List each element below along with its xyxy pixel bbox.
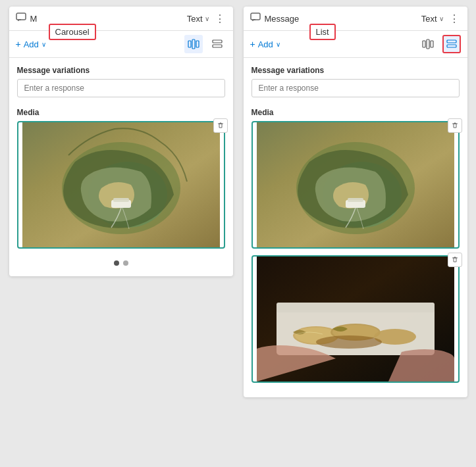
left-panel-header: M Carousel Text ∨ ⋮ (9, 7, 233, 31)
left-add-button[interactable]: + Add ∨ (16, 39, 46, 49)
right-aerial-image (253, 122, 458, 247)
text-chevron-right: ∨ (439, 15, 444, 22)
svg-rect-10 (113, 198, 129, 202)
left-panel-title: M (30, 14, 105, 24)
right-carousel-view-btn[interactable] (419, 35, 437, 53)
svg-rect-24 (277, 303, 435, 312)
right-message-variations-label: Message variations (251, 66, 460, 75)
right-panel-title: Message (265, 14, 339, 24)
add-chevron-left: ∨ (41, 41, 46, 48)
svg-rect-14 (431, 41, 433, 47)
list-tooltip: List (309, 24, 336, 40)
right-toolbar: + Add ∨ (244, 31, 467, 58)
svg-rect-11 (251, 13, 260, 20)
left-carousel-view-btn[interactable] (184, 35, 203, 53)
text-chevron-left: ∨ (205, 15, 209, 22)
dot-2-left[interactable] (123, 260, 128, 266)
right-add-button[interactable]: + Add ∨ (250, 39, 280, 49)
left-panel: M Carousel Text ∨ ⋮ + Add ∨ (9, 7, 233, 276)
plus-icon-left: + (16, 39, 21, 49)
right-media-card-1 (251, 121, 460, 249)
svg-rect-16 (447, 45, 456, 47)
left-media-section: Media (17, 108, 225, 268)
svg-rect-15 (447, 40, 456, 43)
left-toolbar: + Add ∨ (9, 31, 233, 58)
chat-icon-left (16, 12, 26, 25)
right-panel: Message List Text ∨ ⋮ + Add ∨ (244, 7, 467, 397)
left-carousel-dots (17, 255, 225, 268)
left-aerial-image (18, 122, 224, 247)
svg-rect-12 (423, 41, 425, 47)
carousel-tooltip: Carousel (49, 24, 96, 40)
left-delete-btn-1[interactable] (213, 118, 228, 133)
svg-point-30 (316, 335, 382, 349)
right-more-btn[interactable]: ⋮ (448, 12, 461, 25)
left-response-input[interactable] (17, 79, 225, 97)
left-message-variations-label: Message variations (17, 66, 225, 75)
svg-rect-3 (196, 41, 199, 47)
right-text-dropdown[interactable]: Text ∨ (421, 14, 444, 24)
left-panel-body: Message variations Media (9, 58, 233, 276)
svg-rect-21 (348, 198, 363, 202)
right-fish-image (253, 257, 458, 381)
dot-1-left[interactable] (114, 260, 119, 266)
svg-rect-2 (192, 39, 195, 49)
chat-icon-right (250, 12, 261, 25)
left-media-label: Media (17, 108, 225, 117)
right-panel-body: Message variations Media (244, 58, 467, 397)
svg-rect-5 (213, 45, 222, 47)
add-chevron-right: ∨ (276, 41, 280, 48)
left-text-dropdown[interactable]: Text ∨ (187, 14, 209, 24)
plus-icon-right: + (250, 39, 255, 49)
left-list-view-btn[interactable] (208, 35, 226, 53)
right-media-label: Media (251, 108, 460, 117)
right-media-section: Media (251, 108, 460, 383)
left-more-btn[interactable]: ⋮ (213, 12, 226, 25)
right-delete-btn-2[interactable] (448, 253, 462, 267)
svg-rect-1 (188, 41, 191, 47)
right-delete-btn-1[interactable] (448, 118, 462, 133)
right-media-card-2 (251, 255, 460, 383)
svg-rect-4 (213, 40, 222, 43)
svg-rect-0 (16, 13, 26, 20)
right-panel-header: Message List Text ∨ ⋮ (244, 7, 467, 31)
left-media-card-1 (17, 121, 225, 249)
svg-rect-13 (427, 39, 429, 49)
right-response-input[interactable] (251, 79, 460, 97)
right-list-view-btn[interactable] (442, 35, 461, 53)
